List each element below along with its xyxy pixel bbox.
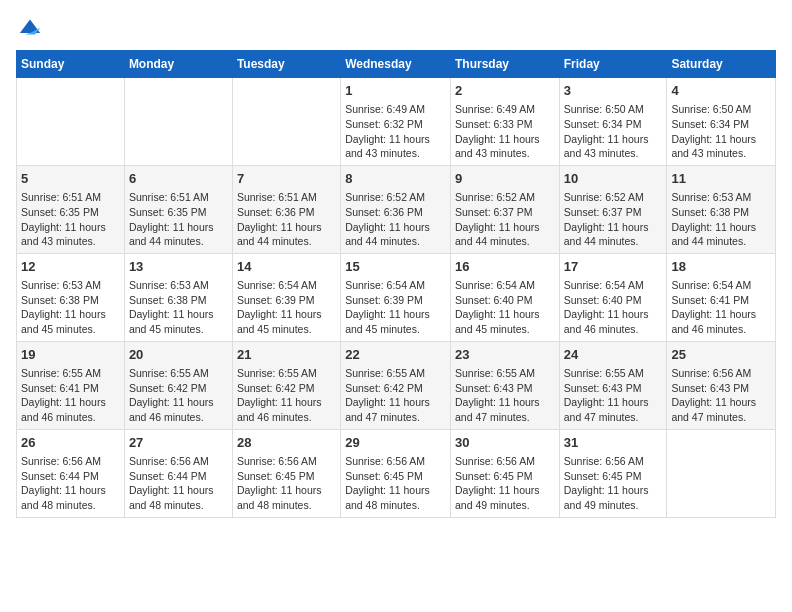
header-thursday: Thursday: [450, 51, 559, 78]
calendar-cell: [124, 78, 232, 166]
day-info: Sunrise: 6:52 AM Sunset: 6:37 PM Dayligh…: [455, 190, 555, 249]
day-info: Sunrise: 6:56 AM Sunset: 6:45 PM Dayligh…: [237, 454, 336, 513]
calendar-cell: 16Sunrise: 6:54 AM Sunset: 6:40 PM Dayli…: [450, 253, 559, 341]
day-info: Sunrise: 6:53 AM Sunset: 6:38 PM Dayligh…: [671, 190, 771, 249]
header-row: SundayMondayTuesdayWednesdayThursdayFrid…: [17, 51, 776, 78]
day-number: 20: [129, 346, 228, 364]
day-info: Sunrise: 6:52 AM Sunset: 6:36 PM Dayligh…: [345, 190, 446, 249]
header-sunday: Sunday: [17, 51, 125, 78]
day-number: 14: [237, 258, 336, 276]
day-number: 29: [345, 434, 446, 452]
calendar-cell: 7Sunrise: 6:51 AM Sunset: 6:36 PM Daylig…: [232, 165, 340, 253]
day-number: 26: [21, 434, 120, 452]
calendar-cell: 24Sunrise: 6:55 AM Sunset: 6:43 PM Dayli…: [559, 341, 667, 429]
day-number: 24: [564, 346, 663, 364]
calendar-cell: 25Sunrise: 6:56 AM Sunset: 6:43 PM Dayli…: [667, 341, 776, 429]
calendar-cell: 22Sunrise: 6:55 AM Sunset: 6:42 PM Dayli…: [341, 341, 451, 429]
day-number: 25: [671, 346, 771, 364]
header-friday: Friday: [559, 51, 667, 78]
calendar-week-5: 26Sunrise: 6:56 AM Sunset: 6:44 PM Dayli…: [17, 429, 776, 517]
day-number: 6: [129, 170, 228, 188]
calendar-cell: [17, 78, 125, 166]
calendar-cell: [667, 429, 776, 517]
calendar-cell: 26Sunrise: 6:56 AM Sunset: 6:44 PM Dayli…: [17, 429, 125, 517]
day-number: 27: [129, 434, 228, 452]
calendar-cell: 14Sunrise: 6:54 AM Sunset: 6:39 PM Dayli…: [232, 253, 340, 341]
calendar-cell: 21Sunrise: 6:55 AM Sunset: 6:42 PM Dayli…: [232, 341, 340, 429]
day-info: Sunrise: 6:54 AM Sunset: 6:39 PM Dayligh…: [237, 278, 336, 337]
day-number: 5: [21, 170, 120, 188]
day-number: 9: [455, 170, 555, 188]
calendar-cell: 23Sunrise: 6:55 AM Sunset: 6:43 PM Dayli…: [450, 341, 559, 429]
calendar-cell: 27Sunrise: 6:56 AM Sunset: 6:44 PM Dayli…: [124, 429, 232, 517]
calendar-cell: 11Sunrise: 6:53 AM Sunset: 6:38 PM Dayli…: [667, 165, 776, 253]
day-info: Sunrise: 6:56 AM Sunset: 6:45 PM Dayligh…: [455, 454, 555, 513]
day-info: Sunrise: 6:55 AM Sunset: 6:42 PM Dayligh…: [129, 366, 228, 425]
calendar-table: SundayMondayTuesdayWednesdayThursdayFrid…: [16, 50, 776, 518]
calendar-cell: 15Sunrise: 6:54 AM Sunset: 6:39 PM Dayli…: [341, 253, 451, 341]
calendar-week-4: 19Sunrise: 6:55 AM Sunset: 6:41 PM Dayli…: [17, 341, 776, 429]
calendar-week-3: 12Sunrise: 6:53 AM Sunset: 6:38 PM Dayli…: [17, 253, 776, 341]
day-number: 21: [237, 346, 336, 364]
day-number: 3: [564, 82, 663, 100]
day-number: 23: [455, 346, 555, 364]
calendar-cell: 5Sunrise: 6:51 AM Sunset: 6:35 PM Daylig…: [17, 165, 125, 253]
day-number: 19: [21, 346, 120, 364]
day-number: 30: [455, 434, 555, 452]
day-number: 28: [237, 434, 336, 452]
calendar-cell: 17Sunrise: 6:54 AM Sunset: 6:40 PM Dayli…: [559, 253, 667, 341]
calendar-week-2: 5Sunrise: 6:51 AM Sunset: 6:35 PM Daylig…: [17, 165, 776, 253]
day-info: Sunrise: 6:55 AM Sunset: 6:42 PM Dayligh…: [345, 366, 446, 425]
day-info: Sunrise: 6:53 AM Sunset: 6:38 PM Dayligh…: [21, 278, 120, 337]
day-number: 22: [345, 346, 446, 364]
calendar-cell: 10Sunrise: 6:52 AM Sunset: 6:37 PM Dayli…: [559, 165, 667, 253]
day-number: 11: [671, 170, 771, 188]
day-info: Sunrise: 6:49 AM Sunset: 6:33 PM Dayligh…: [455, 102, 555, 161]
day-number: 16: [455, 258, 555, 276]
day-info: Sunrise: 6:51 AM Sunset: 6:35 PM Dayligh…: [21, 190, 120, 249]
day-info: Sunrise: 6:49 AM Sunset: 6:32 PM Dayligh…: [345, 102, 446, 161]
day-number: 10: [564, 170, 663, 188]
calendar-week-1: 1Sunrise: 6:49 AM Sunset: 6:32 PM Daylig…: [17, 78, 776, 166]
day-number: 1: [345, 82, 446, 100]
calendar-cell: 13Sunrise: 6:53 AM Sunset: 6:38 PM Dayli…: [124, 253, 232, 341]
day-number: 17: [564, 258, 663, 276]
calendar-cell: 18Sunrise: 6:54 AM Sunset: 6:41 PM Dayli…: [667, 253, 776, 341]
day-info: Sunrise: 6:56 AM Sunset: 6:44 PM Dayligh…: [129, 454, 228, 513]
day-info: Sunrise: 6:55 AM Sunset: 6:41 PM Dayligh…: [21, 366, 120, 425]
calendar-cell: 19Sunrise: 6:55 AM Sunset: 6:41 PM Dayli…: [17, 341, 125, 429]
calendar-cell: 12Sunrise: 6:53 AM Sunset: 6:38 PM Dayli…: [17, 253, 125, 341]
day-info: Sunrise: 6:56 AM Sunset: 6:45 PM Dayligh…: [345, 454, 446, 513]
header-wednesday: Wednesday: [341, 51, 451, 78]
header-tuesday: Tuesday: [232, 51, 340, 78]
day-info: Sunrise: 6:52 AM Sunset: 6:37 PM Dayligh…: [564, 190, 663, 249]
day-number: 13: [129, 258, 228, 276]
calendar-cell: 28Sunrise: 6:56 AM Sunset: 6:45 PM Dayli…: [232, 429, 340, 517]
day-info: Sunrise: 6:55 AM Sunset: 6:42 PM Dayligh…: [237, 366, 336, 425]
calendar-cell: 3Sunrise: 6:50 AM Sunset: 6:34 PM Daylig…: [559, 78, 667, 166]
calendar-cell: 30Sunrise: 6:56 AM Sunset: 6:45 PM Dayli…: [450, 429, 559, 517]
day-info: Sunrise: 6:56 AM Sunset: 6:45 PM Dayligh…: [564, 454, 663, 513]
day-info: Sunrise: 6:53 AM Sunset: 6:38 PM Dayligh…: [129, 278, 228, 337]
day-info: Sunrise: 6:50 AM Sunset: 6:34 PM Dayligh…: [564, 102, 663, 161]
day-info: Sunrise: 6:51 AM Sunset: 6:35 PM Dayligh…: [129, 190, 228, 249]
day-number: 18: [671, 258, 771, 276]
header-saturday: Saturday: [667, 51, 776, 78]
day-info: Sunrise: 6:54 AM Sunset: 6:40 PM Dayligh…: [455, 278, 555, 337]
day-info: Sunrise: 6:50 AM Sunset: 6:34 PM Dayligh…: [671, 102, 771, 161]
day-number: 12: [21, 258, 120, 276]
calendar-cell: 2Sunrise: 6:49 AM Sunset: 6:33 PM Daylig…: [450, 78, 559, 166]
calendar-cell: 20Sunrise: 6:55 AM Sunset: 6:42 PM Dayli…: [124, 341, 232, 429]
day-info: Sunrise: 6:54 AM Sunset: 6:40 PM Dayligh…: [564, 278, 663, 337]
day-info: Sunrise: 6:54 AM Sunset: 6:39 PM Dayligh…: [345, 278, 446, 337]
calendar-cell: 29Sunrise: 6:56 AM Sunset: 6:45 PM Dayli…: [341, 429, 451, 517]
day-number: 7: [237, 170, 336, 188]
calendar-cell: [232, 78, 340, 166]
logo-icon: [16, 16, 44, 38]
day-info: Sunrise: 6:51 AM Sunset: 6:36 PM Dayligh…: [237, 190, 336, 249]
page-header: [16, 16, 776, 38]
calendar-cell: 1Sunrise: 6:49 AM Sunset: 6:32 PM Daylig…: [341, 78, 451, 166]
logo: [16, 16, 48, 38]
day-info: Sunrise: 6:56 AM Sunset: 6:44 PM Dayligh…: [21, 454, 120, 513]
calendar-cell: 8Sunrise: 6:52 AM Sunset: 6:36 PM Daylig…: [341, 165, 451, 253]
